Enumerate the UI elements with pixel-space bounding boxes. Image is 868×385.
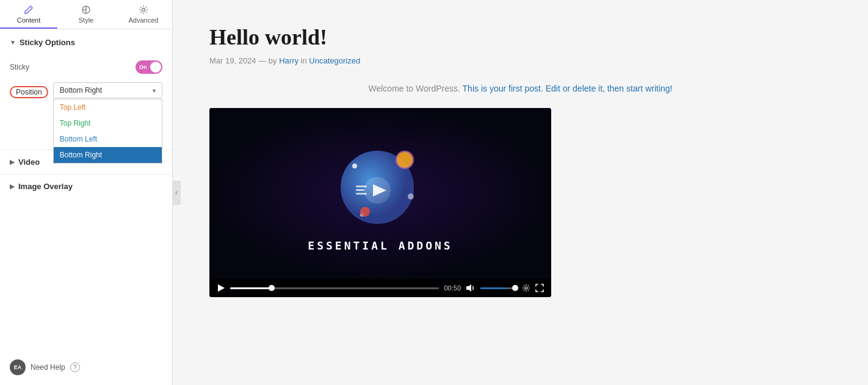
pencil-icon: [24, 5, 34, 15]
video-section-arrow: ▶: [10, 159, 15, 165]
post-excerpt-highlight: This is your first post. Edit or delete …: [463, 84, 673, 93]
position-label-wrap: Position: [10, 82, 48, 98]
help-icon[interactable]: ?: [70, 362, 80, 372]
video-progress-bar[interactable]: [230, 287, 439, 289]
toggle-on-label: On: [139, 64, 147, 70]
tab-style-label: Style: [79, 16, 93, 24]
volume-icon: [466, 284, 476, 292]
svg-rect-10: [356, 185, 367, 187]
sticky-options-title: Sticky Options: [20, 38, 75, 47]
post-author-link[interactable]: Harry: [279, 56, 298, 65]
play-icon: [217, 284, 225, 292]
svg-point-13: [360, 207, 370, 217]
video-brand-label: ESSENTIAL ADDONS: [308, 239, 452, 252]
volume-fill: [480, 287, 506, 289]
video-progress-fill: [230, 287, 272, 289]
sticky-toggle[interactable]: On: [136, 60, 162, 74]
option-bottom-left[interactable]: Bottom Left: [54, 131, 162, 147]
video-time-label: 00:50: [444, 284, 461, 292]
toggle-track: On: [136, 60, 162, 74]
post-meta-separator: — by: [258, 56, 279, 65]
left-panel: Content Style Advanced ▼ Sticky Options …: [0, 0, 173, 385]
svg-marker-15: [466, 284, 471, 292]
position-selected-value: Bottom Right: [60, 86, 102, 95]
collapse-panel-handle[interactable]: ‹: [172, 181, 181, 205]
sticky-options-header[interactable]: ▼ Sticky Options: [0, 29, 172, 56]
settings-icon: [522, 284, 530, 292]
fullscreen-icon: [535, 284, 544, 292]
gear-icon: [139, 5, 148, 15]
image-overlay-title: Image Overlay: [18, 182, 73, 191]
fullscreen-button[interactable]: [535, 284, 544, 292]
dropdown-chevron-icon: ▾: [153, 87, 156, 94]
settings-button[interactable]: [522, 284, 530, 292]
video-illustration: [325, 135, 435, 233]
tab-advanced-label: Advanced: [129, 16, 159, 24]
volume-button[interactable]: [466, 284, 476, 292]
section-arrow-down: ▼: [10, 39, 16, 46]
position-label: Position: [10, 86, 48, 98]
svg-rect-12: [356, 193, 367, 195]
tab-content-label: Content: [17, 16, 41, 24]
svg-point-16: [525, 287, 527, 289]
video-controls: 00:50: [209, 279, 551, 297]
option-bottom-right[interactable]: Bottom Right: [54, 147, 162, 163]
svg-point-5: [352, 164, 357, 168]
image-overlay-arrow: ▶: [10, 183, 15, 190]
post-date: Mar 19, 2024: [209, 56, 256, 65]
image-overlay-section[interactable]: ▶ Image Overlay: [0, 174, 172, 198]
post-title: Hello world!: [209, 24, 831, 50]
video-player: ESSENTIAL ADDONS 00:50: [209, 108, 551, 297]
svg-marker-14: [218, 284, 225, 292]
position-dropdown-container: Bottom Right ▾ Top Left Top Right Bottom…: [53, 82, 162, 98]
ea-badge: EA: [10, 359, 26, 375]
main-content-area: Hello world! Mar 19, 2024 — by Harry in …: [173, 0, 868, 385]
post-excerpt: Welcome to WordPress. This is your first…: [209, 84, 831, 93]
svg-rect-11: [356, 189, 364, 191]
play-button[interactable]: [217, 284, 225, 292]
post-meta-in: in: [301, 56, 309, 65]
progress-thumb: [269, 285, 275, 291]
sticky-toggle-row: Sticky On: [0, 56, 172, 79]
option-top-right[interactable]: Top Right: [54, 115, 162, 131]
svg-point-1: [142, 9, 145, 12]
tab-content[interactable]: Content: [0, 0, 57, 29]
position-dropdown-menu: Top Left Top Right Bottom Left Bottom Ri…: [53, 99, 162, 164]
option-top-left[interactable]: Top Left: [54, 99, 162, 115]
position-row: Position Bottom Right ▾ Top Left Top Rig…: [0, 79, 172, 101]
post-category-link[interactable]: Uncategorized: [309, 56, 360, 65]
style-icon: [81, 5, 91, 15]
video-screen: ESSENTIAL ADDONS: [209, 108, 551, 279]
video-section-title: Video: [18, 157, 40, 167]
volume-bar[interactable]: [480, 287, 517, 289]
tab-advanced[interactable]: Advanced: [115, 0, 172, 29]
panel-footer: EA Need Help ?: [0, 350, 172, 385]
position-dropdown-selected[interactable]: Bottom Right ▾: [53, 82, 162, 98]
post-meta: Mar 19, 2024 — by Harry in Uncategorized: [209, 56, 831, 65]
tabs-bar: Content Style Advanced: [0, 0, 172, 29]
sticky-label: Sticky: [10, 63, 29, 71]
svg-point-6: [408, 193, 414, 200]
need-help-label: Need Help: [31, 363, 65, 372]
image-overlay-section-header: ▶ Image Overlay: [10, 182, 162, 191]
tab-style[interactable]: Style: [57, 0, 115, 29]
toggle-thumb: [150, 62, 161, 73]
volume-thumb: [512, 285, 518, 291]
